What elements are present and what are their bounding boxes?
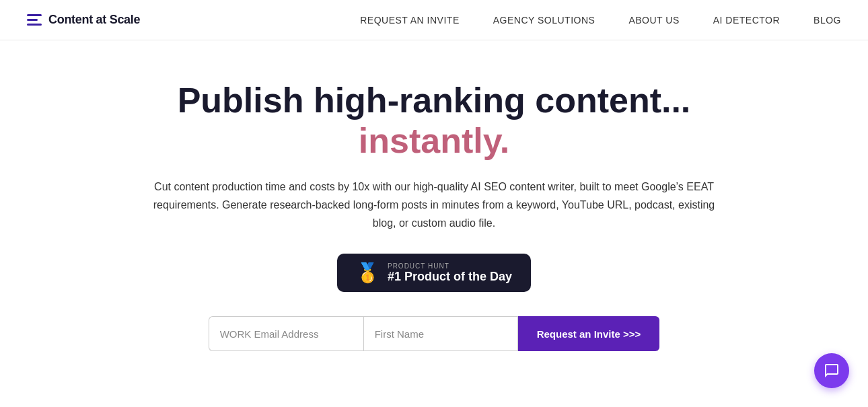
nav-item-ai-detector[interactable]: AI DETECTOR bbox=[713, 14, 780, 26]
nav-item-request-invite[interactable]: REQUEST AN INVITE bbox=[360, 14, 460, 26]
chat-icon bbox=[824, 363, 840, 379]
nav-links: REQUEST AN INVITE AGENCY SOLUTIONS ABOUT… bbox=[360, 14, 841, 26]
first-name-input[interactable] bbox=[363, 316, 518, 351]
hero-description: Cut content production time and costs by… bbox=[145, 178, 723, 233]
nav-item-agency-solutions[interactable]: AGENCY SOLUTIONS bbox=[493, 14, 595, 26]
nav-item-blog[interactable]: BLOG bbox=[813, 14, 841, 26]
product-hunt-badge[interactable]: 🥇 PRODUCT HUNT #1 Product of the Day bbox=[337, 254, 531, 292]
nav-link-about-us[interactable]: ABOUT US bbox=[628, 15, 679, 26]
badge-label: PRODUCT HUNT bbox=[388, 262, 449, 270]
invite-form: Request an Invite >>> bbox=[209, 316, 660, 351]
logo-text: Content at Scale bbox=[48, 13, 140, 27]
badge-title: #1 Product of the Day bbox=[388, 270, 512, 284]
nav-item-about-us[interactable]: ABOUT US bbox=[628, 14, 679, 26]
medal-icon: 🥇 bbox=[356, 262, 379, 284]
logo-icon bbox=[27, 14, 42, 26]
nav-link-blog[interactable]: BLOG bbox=[813, 15, 841, 26]
nav-link-ai-detector[interactable]: AI DETECTOR bbox=[713, 15, 780, 26]
logo[interactable]: Content at Scale bbox=[27, 13, 140, 27]
hero-subheadline: instantly. bbox=[359, 121, 509, 161]
nav-link-request-invite[interactable]: REQUEST AN INVITE bbox=[360, 15, 460, 26]
hero-headline: Publish high-ranking content... bbox=[178, 81, 691, 121]
nav-link-agency-solutions[interactable]: AGENCY SOLUTIONS bbox=[493, 15, 595, 26]
chat-button[interactable] bbox=[814, 353, 849, 388]
email-input[interactable] bbox=[209, 316, 363, 351]
badge-text-area: PRODUCT HUNT #1 Product of the Day bbox=[388, 262, 512, 284]
hero-section: Publish high-ranking content... instantl… bbox=[0, 40, 868, 392]
request-invite-button[interactable]: Request an Invite >>> bbox=[518, 316, 660, 351]
navbar: Content at Scale REQUEST AN INVITE AGENC… bbox=[0, 0, 868, 40]
